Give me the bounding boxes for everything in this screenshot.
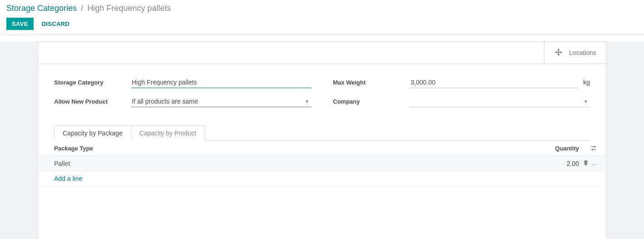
tab-capacity-by-product[interactable]: Capacity by Product [131,125,205,141]
cell-package-type: Pallet [54,160,524,167]
storage-category-input[interactable] [131,77,311,88]
company-label: Company [333,98,408,105]
more-icon[interactable]: … [591,159,597,167]
save-button[interactable]: SAVE [6,18,34,30]
col-package-type: Package Type [54,145,524,152]
breadcrumb-root[interactable]: Storage Categories [6,4,77,13]
form-sheet: Locations Storage Category Max Weight kg… [37,41,607,239]
col-quantity: Quantity [524,145,579,152]
table-settings-icon[interactable] [579,144,597,152]
max-weight-input[interactable] [410,77,579,88]
max-weight-unit: kg [580,79,590,86]
table-row[interactable]: Pallet 2.00 … [38,156,606,171]
locations-icon [554,48,563,58]
cell-quantity: 2.00 [524,160,579,167]
breadcrumb-separator: / [81,4,83,13]
storage-category-label: Storage Category [54,79,129,86]
breadcrumb: Storage Categories / High Frequency pall… [6,4,638,13]
locations-label: Locations [569,49,596,56]
discard-button[interactable]: DISCARD [42,20,70,27]
tab-capacity-by-package[interactable]: Capacity by Package [54,125,131,141]
company-select[interactable] [410,96,590,107]
allow-new-product-select[interactable]: If all products are same [131,96,311,107]
trash-icon[interactable] [583,159,589,167]
allow-new-product-label: Allow New Product [54,98,129,105]
add-a-line[interactable]: Add a line [38,171,606,186]
breadcrumb-current: High Frequency pallets [87,4,171,13]
locations-button[interactable]: Locations [544,42,606,64]
max-weight-label: Max Weight [333,79,408,86]
